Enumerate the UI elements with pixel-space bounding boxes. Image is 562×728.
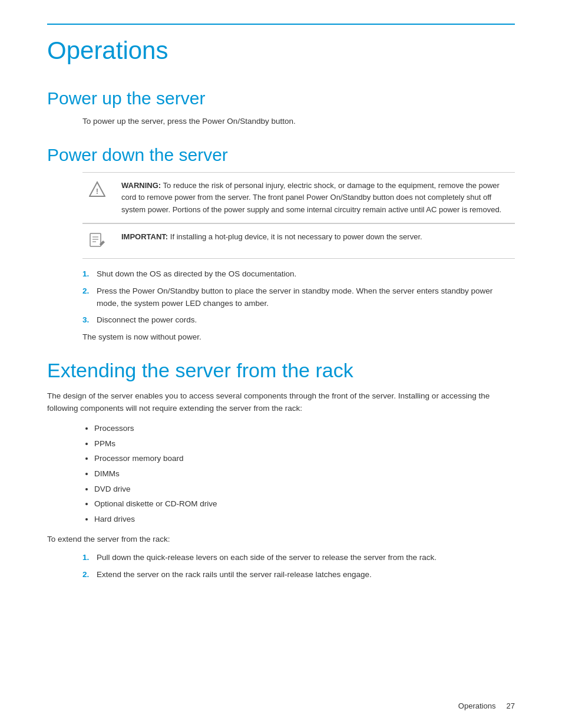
step-1: 1. Shut down the OS as directed by the O… (82, 268, 515, 281)
section-heading-power-up: Power up the server (47, 88, 515, 108)
component-list: Processors PPMs Processor memory board D… (94, 422, 515, 525)
important-icon (82, 231, 112, 251)
step-num-1: 1. (82, 268, 97, 281)
svg-rect-2 (90, 233, 101, 246)
extend-step-1: 1. Pull down the quick-release levers on… (82, 552, 515, 564)
section-heading-power-down: Power down the server (47, 145, 515, 165)
bullet-processors: Processors (94, 422, 515, 435)
warning-label: WARNING: (121, 181, 161, 190)
bullet-dvd-drive: DVD drive (94, 483, 515, 496)
bullet-processor-memory-board: Processor memory board (94, 452, 515, 465)
warning-icon: ! (82, 180, 112, 197)
extend-step-content-2: Extend the server on the rack rails unti… (97, 569, 515, 581)
important-box: IMPORTANT: If installing a hot-plug devi… (82, 223, 515, 259)
note-pencil-icon (88, 232, 107, 251)
extend-step-content-1: Pull down the quick-release levers on ea… (97, 552, 515, 564)
extend-note: To extend the server from the rack: (47, 533, 515, 546)
warning-section: ! WARNING: To reduce the risk of persona… (82, 172, 515, 223)
page-title: Operations (47, 37, 515, 65)
footer-page-number: 27 (507, 701, 515, 710)
svg-text:!: ! (96, 187, 98, 196)
important-label: IMPORTANT: (121, 232, 168, 241)
important-body: If installing a hot-plug device, it is n… (170, 232, 422, 241)
step-content-2: Press the Power On/Standby button to pla… (97, 285, 515, 310)
system-note: The system is now without power. (82, 332, 515, 341)
power-down-steps: 1. Shut down the OS as directed by the O… (82, 268, 515, 327)
extend-step-num-1: 1. (82, 552, 97, 564)
warning-text: WARNING: To reduce the risk of personal … (121, 180, 515, 215)
step-content-1: Shut down the OS as directed by the OS d… (97, 268, 515, 281)
footer: Operations 27 (458, 701, 515, 710)
step-num-2: 2. (82, 285, 97, 310)
important-section: IMPORTANT: If installing a hot-plug devi… (82, 223, 515, 259)
bullet-optional-diskette: Optional diskette or CD-ROM drive (94, 498, 515, 510)
step-2: 2. Press the Power On/Standby button to … (82, 285, 515, 310)
bullet-hard-drives: Hard drives (94, 513, 515, 526)
step-3: 3. Disconnect the power cords. (82, 314, 515, 327)
top-rule (47, 24, 515, 25)
extend-steps: 1. Pull down the quick-release levers on… (82, 552, 515, 581)
footer-spacer (498, 701, 504, 710)
bullet-dimms: DIMMs (94, 467, 515, 480)
page: Operations Power up the server To power … (0, 0, 562, 728)
warning-body: To reduce the risk of personal injury, e… (121, 181, 501, 213)
step-num-3: 3. (82, 314, 97, 327)
extend-step-2: 2. Extend the server on the rack rails u… (82, 569, 515, 581)
important-text: IMPORTANT: If installing a hot-plug devi… (121, 231, 422, 243)
extend-intro: The design of the server enables you to … (47, 390, 515, 415)
footer-text: Operations (458, 701, 496, 710)
warning-box: ! WARNING: To reduce the risk of persona… (82, 172, 515, 223)
step-content-3: Disconnect the power cords. (97, 314, 515, 327)
bullet-ppms: PPMs (94, 437, 515, 450)
section-heading-extending: Extending the server from the rack (47, 359, 515, 382)
power-up-body: To power up the server, press the Power … (82, 116, 515, 127)
extend-step-num-2: 2. (82, 569, 97, 581)
triangle-warning-icon: ! (89, 181, 105, 197)
